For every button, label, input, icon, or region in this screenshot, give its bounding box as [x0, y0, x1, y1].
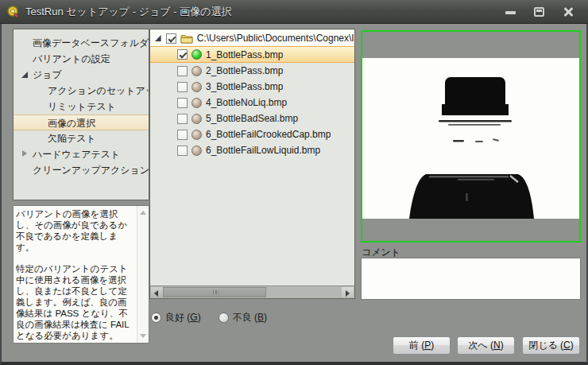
expanded-triangle-icon[interactable]: [155, 35, 161, 41]
status-neutral-icon: [191, 98, 202, 108]
file-row[interactable]: 3_BottlePass.bmp: [150, 79, 354, 95]
folder-row[interactable]: C:\Users\Public\Documents\Cognex\I...: [150, 30, 354, 46]
nav-label: バリアントの設定: [33, 51, 110, 67]
nav-item-action-setup[interactable]: アクションのセットアップ: [14, 83, 149, 99]
expanded-triangle-icon[interactable]: [21, 72, 28, 78]
nav-item-defect-test[interactable]: 欠陥テスト: [14, 130, 149, 146]
status-neutral-icon: [191, 146, 202, 156]
file-checkbox[interactable]: [177, 98, 188, 108]
file-name: 4_BottleNoLiq.bmp: [206, 97, 287, 108]
nav-label: アクションのセットアップ: [48, 83, 164, 99]
radio-bad[interactable]: 不良 (B): [219, 311, 267, 324]
nav-label: 画像の選択: [48, 115, 95, 131]
file-row[interactable]: 6_BottleFailLowLiquid.bmp: [150, 142, 354, 158]
window-controls: [502, 5, 582, 19]
nav-label: 欠陥テスト: [48, 130, 96, 146]
nav-label: リミットテスト: [48, 99, 116, 115]
file-row[interactable]: 5_BottleBadSeal.bmp: [150, 111, 354, 126]
file-name: 2_BottlePass.bmp: [206, 65, 283, 76]
nav-item-cleanup-action[interactable]: クリーンアップアクション: [14, 162, 149, 178]
scroll-down-icon[interactable]: [140, 334, 146, 338]
file-name: 1_BottlePass.bmp: [206, 49, 283, 60]
file-row-selected[interactable]: 1_BottlePass.bmp: [150, 46, 354, 63]
title-bar: TestRun セットアップ - ジョブ - 画像の選択: [0, 0, 588, 24]
nav-item-image-selection-selected[interactable]: 画像の選択: [14, 115, 149, 130]
file-name: 5_BottleBadSeal.bmp: [206, 113, 298, 124]
testrun-setup-dialog: TestRun セットアップ - ジョブ - 画像の選択 画像データベースフォル…: [0, 0, 588, 365]
step-description-panel: バリアントの画像を選択し、その画像が良であるか不良であるかを定義します。 特定の…: [13, 205, 149, 344]
nav-label: ハードウェアテスト: [33, 146, 120, 162]
scroll-right-icon: [346, 290, 350, 297]
step-description-text: バリアントの画像を選択し、その画像が良であるか不良であるかを定義します。 特定の…: [16, 208, 135, 340]
comment-input[interactable]: [361, 258, 581, 300]
prev-button[interactable]: 前 (P): [393, 336, 451, 355]
file-name: 6_BottleFailCrookedCap.bmp: [206, 129, 331, 140]
nav-item-job[interactable]: ジョブ: [14, 67, 149, 83]
file-checkbox[interactable]: [177, 66, 188, 76]
folder-path: C:\Users\Public\Documents\Cognex\I...: [197, 33, 354, 44]
maximize-button[interactable]: [531, 5, 548, 19]
file-name: 3_BottlePass.bmp: [206, 81, 283, 92]
status-neutral-icon: [191, 130, 202, 140]
next-button[interactable]: 次へ (N): [457, 336, 515, 355]
bottle-preview-image: [362, 58, 579, 219]
file-row[interactable]: 2_BottlePass.bmp: [150, 63, 354, 79]
window-title: TestRun セットアップ - ジョブ - 画像の選択: [25, 5, 231, 19]
status-neutral-icon: [191, 82, 202, 92]
close-dialog-button[interactable]: 閉じる (C): [522, 336, 580, 355]
description-paragraph: 特定のバリアントのテスト中に使用される画像を選択し、良または不良として定義します…: [16, 263, 135, 340]
description-scrollbar[interactable]: [137, 206, 149, 343]
nav-label: 画像データベースフォルダ: [33, 35, 149, 51]
close-button[interactable]: [559, 5, 577, 19]
bottle-graphic: [362, 58, 579, 219]
nav-item-hardware-test[interactable]: ハードウェアテスト: [14, 146, 149, 162]
minimize-button[interactable]: [502, 5, 520, 19]
radio-good-label: 良好 (G): [165, 311, 201, 324]
file-checkbox[interactable]: [177, 130, 188, 140]
file-checkbox[interactable]: [177, 114, 188, 124]
maximize-icon: [534, 7, 544, 17]
radio-good-icon[interactable]: [151, 313, 161, 323]
nav-label: ジョブ: [33, 67, 62, 83]
radio-good[interactable]: 良好 (G): [151, 311, 201, 324]
close-icon: [563, 7, 573, 17]
file-checkbox[interactable]: [177, 82, 188, 92]
wizard-step-tree: 画像データベースフォルダ バリアントの設定 ジョブ アクションのセットアップ リ…: [13, 29, 149, 200]
status-neutral-icon: [191, 114, 202, 124]
scroll-up-icon[interactable]: [140, 211, 146, 215]
scroll-left-icon: [154, 290, 158, 297]
nav-label: クリーンアップアクション: [33, 162, 149, 178]
radio-bad-icon[interactable]: [219, 313, 229, 323]
folder-checkbox[interactable]: [166, 33, 176, 44]
status-neutral-icon: [191, 66, 202, 76]
folder-icon: [180, 33, 193, 44]
minimize-icon: [505, 11, 516, 14]
scroll-right-button[interactable]: [342, 287, 354, 297]
description-paragraph: バリアントの画像を選択し、その画像が良であるか不良であるかを定義します。: [16, 208, 135, 253]
nav-item-image-database-folder[interactable]: 画像データベースフォルダ: [14, 35, 149, 51]
file-row[interactable]: 4_BottleNoLiq.bmp: [150, 95, 354, 111]
scrollbar-thumb[interactable]: [163, 287, 266, 297]
app-magnifier-icon: [6, 5, 21, 19]
nav-item-limit-test[interactable]: リミットテスト: [14, 99, 149, 115]
horizontal-scrollbar[interactable]: [150, 285, 354, 298]
file-name: 6_BottleFailLowLiquid.bmp: [206, 145, 320, 156]
image-preview-frame: [361, 30, 581, 243]
image-file-list: C:\Users\Public\Documents\Cognex\I... 1_…: [149, 29, 355, 299]
radio-bad-label: 不良 (B): [233, 311, 267, 324]
file-checkbox[interactable]: [177, 146, 188, 156]
nav-item-variant-settings[interactable]: バリアントの設定: [14, 51, 149, 67]
status-good-icon: [191, 49, 202, 60]
file-checkbox[interactable]: [177, 49, 188, 60]
file-row[interactable]: 6_BottleFailCrookedCap.bmp: [150, 126, 354, 142]
collapsed-triangle-icon[interactable]: [22, 150, 27, 157]
grade-radio-group: 良好 (G) 不良 (B): [151, 311, 267, 324]
scroll-left-button[interactable]: [151, 287, 163, 297]
